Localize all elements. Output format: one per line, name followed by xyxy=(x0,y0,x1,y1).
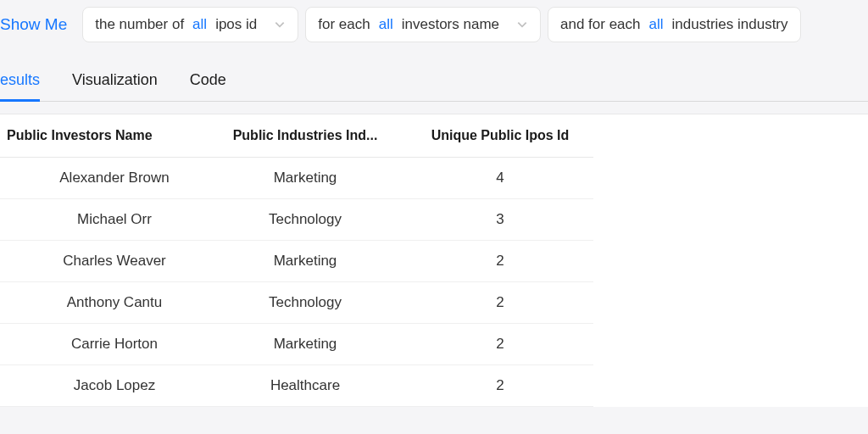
cell-count: 2 xyxy=(407,282,593,324)
filter-box-groupby-1[interactable]: for each all investors name xyxy=(305,7,541,42)
filter-scope: all xyxy=(192,16,207,33)
filter-scope: all xyxy=(649,16,664,33)
results-table: Public Investors Name Public Industries … xyxy=(0,114,593,407)
cell-count: 2 xyxy=(407,241,593,282)
cell-count: 4 xyxy=(407,158,593,199)
filter-field: ipos id xyxy=(215,16,257,33)
filter-box-groupby-2[interactable]: and for each all industries industry xyxy=(548,7,801,42)
cell-industry: Technology xyxy=(203,199,407,241)
table-row: Carrie HortonMarketing2 xyxy=(0,324,593,365)
cell-industry: Marketing xyxy=(203,324,407,365)
filter-prefix: for each xyxy=(318,16,370,33)
tab-results[interactable]: esults xyxy=(0,71,40,101)
column-header-industries[interactable]: Public Industries Ind... xyxy=(203,114,407,158)
table-row: Alexander BrownMarketing4 xyxy=(0,158,593,199)
cell-industry: Technology xyxy=(203,282,407,324)
cell-investor-name: Jacob Lopez xyxy=(0,365,203,407)
cell-investor-name: Michael Orr xyxy=(0,199,203,241)
cell-count: 2 xyxy=(407,324,593,365)
filter-prefix: the number of xyxy=(95,16,184,33)
table-row: Michael OrrTechnology3 xyxy=(0,199,593,241)
cell-industry: Marketing xyxy=(203,241,407,282)
cell-count: 2 xyxy=(407,365,593,407)
table-header-row: Public Investors Name Public Industries … xyxy=(0,114,593,158)
results-table-wrapper: Public Investors Name Public Industries … xyxy=(0,114,868,407)
chevron-down-icon[interactable] xyxy=(516,19,528,31)
table-row: Jacob LopezHealthcare2 xyxy=(0,365,593,407)
cell-investor-name: Anthony Cantu xyxy=(0,282,203,324)
table-row: Charles WeaverMarketing2 xyxy=(0,241,593,282)
filter-field: investors name xyxy=(402,16,499,33)
table-row: Anthony CantuTechnology2 xyxy=(0,282,593,324)
cell-investor-name: Alexander Brown xyxy=(0,158,203,199)
tabs: esults Visualization Code xyxy=(0,71,868,102)
query-builder-bar: Show Me the number of all ipos id for ea… xyxy=(0,0,868,49)
filter-field: industries industry xyxy=(672,16,788,33)
cell-count: 3 xyxy=(407,199,593,241)
tab-code[interactable]: Code xyxy=(190,71,226,101)
cell-investor-name: Carrie Horton xyxy=(0,324,203,365)
cell-industry: Healthcare xyxy=(203,365,407,407)
tab-visualization[interactable]: Visualization xyxy=(72,71,158,101)
cell-industry: Marketing xyxy=(203,158,407,199)
column-header-investors-name[interactable]: Public Investors Name xyxy=(0,114,203,158)
column-header-ipos-id[interactable]: Unique Public Ipos Id xyxy=(407,114,593,158)
filter-scope: all xyxy=(379,16,393,33)
chevron-down-icon[interactable] xyxy=(274,19,286,31)
filter-prefix: and for each xyxy=(560,16,641,33)
cell-investor-name: Charles Weaver xyxy=(0,241,203,282)
filter-box-metric[interactable]: the number of all ipos id xyxy=(82,7,298,42)
show-me-label: Show Me xyxy=(0,15,75,34)
